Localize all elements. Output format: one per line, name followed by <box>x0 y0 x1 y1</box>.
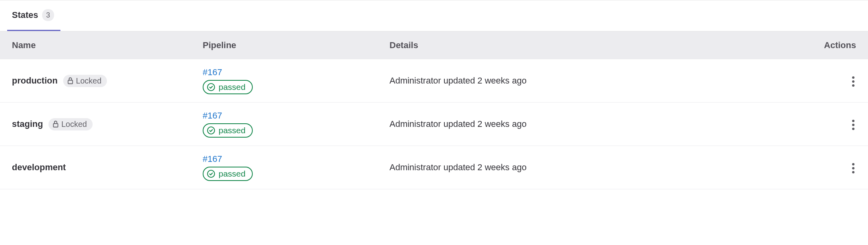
actions-menu-button[interactable] <box>851 73 856 90</box>
locked-badge: Locked <box>48 118 93 130</box>
tab-states[interactable]: States 3 <box>7 0 60 31</box>
check-circle-icon <box>207 126 215 135</box>
details-text: Administrator updated 2 weeks ago <box>389 119 527 129</box>
svg-rect-0 <box>68 80 72 84</box>
locked-badge: Locked <box>63 75 107 87</box>
status-label: passed <box>219 169 246 179</box>
details-text: Administrator updated 2 weeks ago <box>389 76 527 86</box>
status-label: passed <box>219 82 246 92</box>
svg-point-4 <box>207 170 215 177</box>
column-header-details: Details <box>389 40 812 51</box>
table-row: productionLocked#167passedAdministrator … <box>0 59 868 103</box>
svg-rect-2 <box>54 124 58 127</box>
status-badge-passed[interactable]: passed <box>203 123 253 138</box>
state-name[interactable]: development <box>12 162 66 173</box>
actions-menu-button[interactable] <box>851 117 856 133</box>
locked-label: Locked <box>61 120 87 129</box>
details-text: Administrator updated 2 weeks ago <box>389 162 527 172</box>
table-row: stagingLocked#167passedAdministrator upd… <box>0 103 868 146</box>
svg-point-3 <box>207 127 215 134</box>
column-header-name: Name <box>12 40 203 51</box>
state-name[interactable]: staging <box>12 119 43 129</box>
lock-icon <box>52 120 60 128</box>
status-label: passed <box>219 126 246 135</box>
actions-menu-button[interactable] <box>851 160 856 177</box>
status-badge-passed[interactable]: passed <box>203 80 253 94</box>
pipeline-link[interactable]: #167 <box>203 154 222 164</box>
status-badge-passed[interactable]: passed <box>203 167 253 181</box>
tabs-bar: States 3 <box>0 0 868 31</box>
check-circle-icon <box>207 169 215 178</box>
pipeline-link[interactable]: #167 <box>203 67 222 78</box>
column-header-actions: Actions <box>812 40 856 51</box>
check-circle-icon <box>207 83 215 91</box>
locked-label: Locked <box>76 76 102 86</box>
svg-point-1 <box>207 84 215 91</box>
pipeline-link[interactable]: #167 <box>203 111 222 121</box>
table-row: development#167passedAdministrator updat… <box>0 146 868 189</box>
table-header: Name Pipeline Details Actions <box>0 31 868 59</box>
tab-count-badge: 3 <box>42 9 54 21</box>
tab-label: States <box>12 10 38 20</box>
column-header-pipeline: Pipeline <box>203 40 389 51</box>
lock-icon <box>66 77 74 85</box>
state-name[interactable]: production <box>12 76 58 86</box>
